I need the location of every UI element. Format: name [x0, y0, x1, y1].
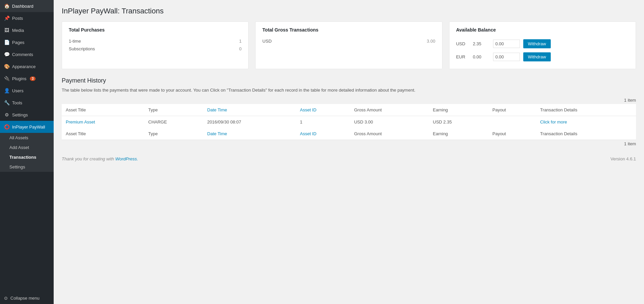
- sidebar-sub-all-assets[interactable]: All Assets: [0, 133, 54, 143]
- footer-bar: Thank you for creating with WordPress. V…: [62, 153, 636, 165]
- footer-col-gross-amount: Gross Amount: [350, 128, 429, 140]
- footer-col-date-time[interactable]: Date Time: [203, 128, 296, 140]
- usd-withdraw-button[interactable]: Withdraw: [523, 39, 551, 48]
- sidebar-item-dashboard[interactable]: 🏠 Dashboard: [0, 0, 54, 12]
- row-type: CHARGE: [144, 116, 203, 128]
- col-transaction-details: Transaction Details: [536, 104, 636, 116]
- sidebar-item-tools[interactable]: 🔧 Tools: [0, 97, 54, 109]
- eur-balance-row: EUR 0.00 Withdraw: [456, 50, 629, 63]
- collapse-menu-button[interactable]: ⊙ Collapse menu: [0, 292, 54, 304]
- transaction-details-link[interactable]: Click for more: [540, 119, 567, 124]
- total-gross-card: Total Gross Transactions USD 3.00: [255, 21, 442, 69]
- row-asset-id: 1: [296, 116, 350, 128]
- tools-icon: 🔧: [4, 100, 9, 105]
- subscriptions-row: Subscriptions 0: [69, 45, 241, 53]
- row-date-time: 2016/09/30 08:07: [203, 116, 296, 128]
- footer-col-asset-id[interactable]: Asset ID: [296, 128, 350, 140]
- total-gross-title: Total Gross Transactions: [262, 27, 435, 33]
- plugins-icon: 🔌: [4, 76, 9, 81]
- eur-withdraw-input[interactable]: [493, 53, 520, 61]
- footer-col-payout: Payout: [488, 128, 536, 140]
- sidebar-item-comments[interactable]: 💬 Comments: [0, 48, 54, 60]
- available-balance-title: Available Balance: [456, 27, 629, 33]
- col-date-time[interactable]: Date Time: [203, 104, 296, 116]
- payment-history-desc: The table below lists the payments that …: [62, 87, 636, 94]
- footer-version: Version 4.6.1: [610, 156, 636, 161]
- pages-icon: 📄: [4, 40, 9, 45]
- usd-withdraw-input[interactable]: [493, 40, 520, 48]
- inplayer-icon: ⭕: [4, 124, 9, 130]
- settings-icon: ⚙: [4, 112, 9, 117]
- total-purchases-card: Total Purchases 1-time 1 Subscriptions 0: [62, 21, 249, 69]
- eur-withdraw-button[interactable]: Withdraw: [523, 52, 551, 61]
- transactions-table: Asset Title Type Date Time Asset ID Gros…: [62, 104, 636, 140]
- total-purchases-title: Total Purchases: [69, 27, 241, 33]
- footer-col-type: Type: [144, 128, 203, 140]
- subscriptions-value: 0: [239, 46, 241, 51]
- col-earning: Earning: [429, 104, 488, 116]
- row-payout: [488, 116, 536, 128]
- sidebar-item-pages[interactable]: 📄 Pages: [0, 36, 54, 48]
- usd-balance-row: USD 2.35 Withdraw: [456, 37, 629, 50]
- usd-currency: USD: [456, 41, 470, 46]
- row-gross-amount: USD 3.00: [350, 116, 429, 128]
- table-row: Premium Asset CHARGE 2016/09/30 08:07 1 …: [62, 116, 636, 128]
- collapse-icon: ⊙: [4, 296, 8, 301]
- col-gross-amount: Gross Amount: [350, 104, 429, 116]
- sidebar-item-users[interactable]: 👤 Users: [0, 85, 54, 97]
- users-icon: 👤: [4, 88, 9, 93]
- sidebar-item-appearance[interactable]: 🎨 Appearance: [0, 60, 54, 72]
- eur-currency: EUR: [456, 54, 470, 59]
- usd-amount: 2.35: [473, 41, 490, 46]
- sidebar-submenu: All Assets Add Asset Transactions Settin…: [0, 133, 54, 172]
- table-footer-row: Asset Title Type Date Time Asset ID Gros…: [62, 128, 636, 140]
- payment-history-title: Payment History: [62, 77, 636, 84]
- row-asset-title: Premium Asset: [62, 116, 144, 128]
- subscriptions-label: Subscriptions: [69, 46, 95, 51]
- onetime-value: 1: [239, 39, 241, 44]
- onetime-row: 1-time 1: [69, 37, 241, 45]
- sidebar-item-settings[interactable]: ⚙ Settings: [0, 109, 54, 121]
- available-balance-card: Available Balance USD 2.35 Withdraw EUR …: [449, 21, 636, 69]
- row-earning: USD 2.35: [429, 116, 488, 128]
- sidebar: 🏠 Dashboard 📌 Posts 🖼 Media 📄 Pages 💬 Co…: [0, 0, 54, 304]
- sidebar-sub-settings[interactable]: Settings: [0, 162, 54, 172]
- footer-col-earning: Earning: [429, 128, 488, 140]
- footer-col-transaction-details: Transaction Details: [536, 128, 636, 140]
- wordpress-link[interactable]: WordPress.: [115, 156, 138, 161]
- col-asset-title: Asset Title: [62, 104, 144, 116]
- sidebar-item-plugins[interactable]: 🔌 Plugins 3: [0, 72, 54, 85]
- sidebar-item-media[interactable]: 🖼 Media: [0, 24, 54, 36]
- sidebar-item-inplayer[interactable]: ⭕ InPlayer PayWall: [0, 121, 54, 133]
- col-type: Type: [144, 104, 203, 116]
- col-asset-id[interactable]: Asset ID: [296, 104, 350, 116]
- usd-label: USD: [262, 39, 271, 44]
- col-payout: Payout: [488, 104, 536, 116]
- appearance-icon: 🎨: [4, 64, 9, 69]
- sidebar-item-posts[interactable]: 📌 Posts: [0, 12, 54, 24]
- eur-amount: 0.00: [473, 54, 490, 59]
- sidebar-sub-add-asset[interactable]: Add Asset: [0, 143, 54, 152]
- asset-title-link[interactable]: Premium Asset: [66, 119, 95, 124]
- dashboard-icon: 🏠: [4, 3, 9, 9]
- main-content: InPlayer PayWall: Transactions Total Pur…: [54, 0, 644, 304]
- item-count-top: 1 item: [62, 98, 636, 103]
- media-icon: 🖼: [4, 28, 9, 33]
- item-count-bottom: 1 item: [62, 141, 636, 146]
- posts-icon: 📌: [4, 15, 9, 21]
- usd-gross-row: USD 3.00: [262, 37, 435, 45]
- cards-row: Total Purchases 1-time 1 Subscriptions 0…: [62, 21, 636, 69]
- onetime-label: 1-time: [69, 39, 81, 44]
- footer-text: Thank you for creating with WordPress.: [62, 156, 138, 161]
- footer-col-asset-title: Asset Title: [62, 128, 144, 140]
- usd-value: 3.00: [427, 39, 435, 44]
- plugins-badge: 3: [30, 77, 36, 81]
- page-title: InPlayer PayWall: Transactions: [62, 7, 636, 15]
- row-transaction-details: Click for more: [536, 116, 636, 128]
- sidebar-sub-transactions[interactable]: Transactions: [0, 152, 54, 162]
- table-header-row: Asset Title Type Date Time Asset ID Gros…: [62, 104, 636, 116]
- comments-icon: 💬: [4, 52, 9, 57]
